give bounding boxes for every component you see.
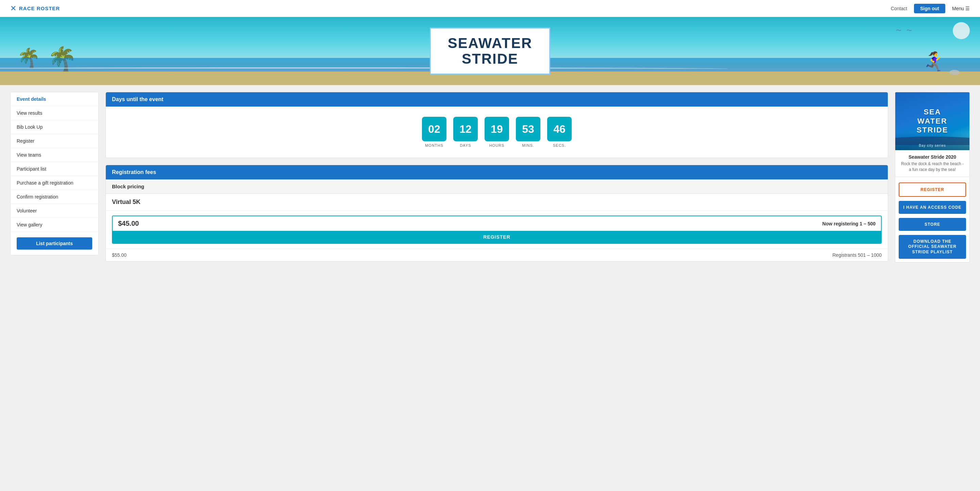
event-description: Rock the dock & reach the beach - a fun … [899, 161, 966, 173]
sidebar-item-volunteer[interactable]: Volunteer [11, 204, 98, 218]
countdown-months: 02 MONTHS [422, 117, 447, 147]
price-lower-amount: $55.00 [112, 252, 127, 258]
event-card: SEA WATER STRIDE Bay city series Seawate… [895, 92, 970, 177]
hero-title: SEAWATER STRIDE [448, 35, 533, 67]
poster-subtitle: Bay city series [895, 144, 969, 147]
virtual-5k-header: Virtual 5K [106, 194, 888, 211]
rock-decoration [950, 70, 959, 75]
countdown-header: Days until the event [106, 92, 888, 107]
countdown-mins: 53 MINS. [516, 117, 540, 147]
sidebar-item-gift-registration[interactable]: Purchase a gift registration [11, 176, 98, 190]
block-pricing-header: Block pricing [106, 179, 888, 194]
center-content: Days until the event 02 MONTHS 12 DAYS 1… [99, 92, 895, 263]
price-amount: $45.00 [118, 220, 139, 228]
countdown-hours: 19 HOURS [485, 117, 509, 147]
event-poster: SEA WATER STRIDE Bay city series [895, 92, 969, 150]
list-participants-button[interactable]: List participants [17, 238, 92, 250]
navbar: ✕ RACE ROSTER Contact Sign out Menu ☰ [0, 0, 980, 17]
countdown-days-label: DAYS [460, 143, 471, 147]
runner-figure: 🏃‍♀️ [923, 51, 946, 73]
right-sidebar-buttons: REGISTER I HAVE AN ACCESS CODE STORE DOW… [895, 177, 970, 263]
race-roster-icon: ✕ [10, 4, 16, 13]
sidebar-item-participant-list[interactable]: Participant list [11, 162, 98, 176]
birds-decoration: 〜 〜 [896, 27, 912, 34]
main-content: Event details View results Bib Look Up R… [0, 85, 980, 269]
bird-2: 〜 [907, 27, 912, 34]
sidebar-item-event-details[interactable]: Event details [11, 92, 98, 106]
sidebar: Event details View results Bib Look Up R… [10, 92, 99, 255]
sidebar-item-confirm-registration[interactable]: Confirm registration [11, 190, 98, 204]
bird-1: 〜 [896, 27, 901, 34]
moon-decoration [953, 22, 970, 39]
access-code-button[interactable]: I HAVE AN ACCESS CODE [899, 201, 966, 214]
countdown-secs: 46 SECS. [547, 117, 572, 147]
right-sidebar: SEA WATER STRIDE Bay city series Seawate… [895, 92, 970, 263]
price-row-header: $45.00 Now registering 1 – 500 [113, 216, 881, 231]
hero-title-box: SEAWATER STRIDE [430, 27, 550, 75]
event-info: Seawater Stride 2020 Rock the dock & rea… [895, 150, 969, 177]
price-register-button[interactable]: REGISTER [113, 231, 881, 243]
price-row-main: $45.00 Now registering 1 – 500 REGISTER [112, 215, 882, 244]
event-name: Seawater Stride 2020 [899, 154, 966, 160]
sidebar-item-view-results[interactable]: View results [11, 106, 98, 120]
right-register-button[interactable]: REGISTER [899, 183, 966, 197]
sidebar-item-view-teams[interactable]: View teams [11, 148, 98, 162]
countdown-mins-label: MINS. [522, 143, 534, 147]
countdown-days-value: 12 [453, 117, 478, 141]
countdown-secs-label: SECS. [553, 143, 566, 147]
poster-text: SEA WATER STRIDE [917, 108, 948, 134]
hamburger-icon: ☰ [966, 6, 970, 11]
menu-button[interactable]: Menu ☰ [952, 6, 970, 11]
countdown-months-label: MONTHS [425, 143, 443, 147]
countdown-months-value: 02 [422, 117, 447, 141]
countdown-mins-value: 53 [516, 117, 540, 141]
countdown-section: Days until the event 02 MONTHS 12 DAYS 1… [105, 92, 888, 158]
countdown-days: 12 DAYS [453, 117, 478, 147]
playlist-button[interactable]: DOWNLOAD THE OFFICIAL SEAWATER STRIDE PL… [899, 235, 966, 259]
sidebar-item-register[interactable]: Register [11, 134, 98, 148]
navbar-logo-area: ✕ RACE ROSTER [10, 4, 60, 13]
sidebar-item-bib-lookup[interactable]: Bib Look Up [11, 120, 98, 134]
fees-header: Registration fees [106, 165, 888, 179]
countdown-body: 02 MONTHS 12 DAYS 19 HOURS 53 MINS. 46 [106, 107, 888, 158]
price-range: Now registering 1 – 500 [822, 221, 875, 226]
price-row-lower: $55.00 Registrants 501 – 1000 [106, 249, 888, 261]
sign-out-button[interactable]: Sign out [914, 4, 945, 13]
price-lower-registrants: Registrants 501 – 1000 [832, 252, 882, 258]
contact-link[interactable]: Contact [891, 6, 907, 11]
hero-banner: 🌴 🌴 SEAWATER STRIDE 〜 〜 🏃‍♀️ [0, 17, 980, 85]
fees-section: Registration fees Block pricing Virtual … [105, 165, 888, 261]
sidebar-item-view-gallery[interactable]: View gallery [11, 218, 98, 232]
countdown-hours-label: HOURS [489, 143, 504, 147]
navbar-actions: Contact Sign out Menu ☰ [891, 4, 970, 13]
countdown-hours-value: 19 [485, 117, 509, 141]
sidebar-btn-wrap: List participants [11, 232, 98, 255]
store-button[interactable]: STORE [899, 218, 966, 231]
logo-text: RACE ROSTER [19, 5, 60, 11]
countdown-secs-value: 46 [547, 117, 572, 141]
